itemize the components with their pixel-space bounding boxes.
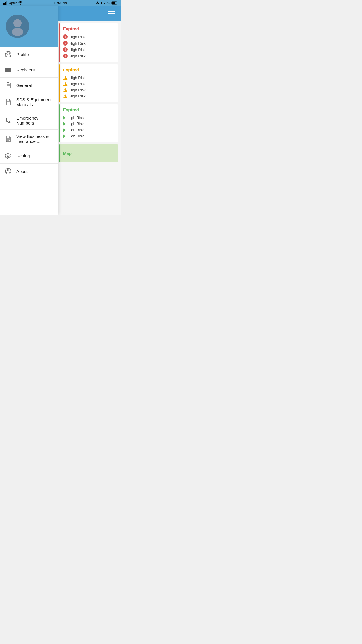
warning-icon <box>63 88 68 92</box>
list-item[interactable]: i High Risk <box>63 40 115 46</box>
phone-icon <box>5 117 12 124</box>
right-header <box>57 6 121 21</box>
warning-icon <box>63 82 68 86</box>
svg-rect-3 <box>6 1 7 5</box>
status-carrier: Optus <box>3 1 22 5</box>
card-green-items: High Risk High Risk High Risk High Risk <box>60 114 118 142</box>
warning-icon <box>63 76 68 80</box>
about-person-icon <box>5 168 12 175</box>
setting-label: Setting <box>16 153 30 158</box>
avatar-icon <box>7 16 28 36</box>
card-red-items: i High Risk i High Risk i High Risk i Hi… <box>60 33 118 62</box>
svg-rect-7 <box>112 2 115 4</box>
svg-point-24 <box>7 169 9 171</box>
sidebar-item-sds[interactable]: SDS & Equipment Manuals <box>0 93 58 111</box>
avatar[interactable] <box>6 15 29 38</box>
list-item[interactable]: High Risk <box>63 81 115 87</box>
svg-rect-13 <box>7 82 9 83</box>
svg-rect-12 <box>6 83 10 88</box>
card-orange-items: High Risk High Risk High Risk High Risk <box>60 74 118 102</box>
sidebar-item-emergency[interactable]: Emergency Numbers <box>0 111 58 130</box>
svg-point-9 <box>12 28 23 36</box>
document-icon <box>5 99 12 106</box>
svg-rect-1 <box>4 3 5 5</box>
list-item[interactable]: High Risk <box>63 87 115 93</box>
hamburger-menu[interactable] <box>108 11 115 15</box>
svg-rect-2 <box>5 2 6 5</box>
sidebar-header <box>0 6 58 47</box>
sidebar-item-about[interactable]: About <box>0 164 58 179</box>
info-icon: i <box>63 54 68 58</box>
list-item[interactable]: High Risk <box>63 93 115 99</box>
info-icon: i <box>63 41 68 46</box>
map-title: Map <box>63 151 72 156</box>
list-item[interactable]: High Risk <box>63 127 115 133</box>
card-red-title: Expired <box>60 23 118 33</box>
sidebar-item-general[interactable]: General <box>0 78 58 93</box>
profile-label: Profile <box>16 52 29 57</box>
list-item[interactable]: i High Risk <box>63 46 115 53</box>
play-icon <box>63 128 66 132</box>
card-orange-title: Expired <box>60 64 118 74</box>
sidebar-item-registers[interactable]: Registers <box>0 62 58 78</box>
info-icon: i <box>63 34 68 39</box>
status-bar: Optus 12:55 pm 70% <box>0 0 121 6</box>
svg-point-22 <box>7 155 9 157</box>
list-item[interactable]: High Risk <box>63 115 115 121</box>
clipboard-icon <box>5 82 12 89</box>
card-expired-green: Expired High Risk High Risk High Risk <box>59 104 118 142</box>
emergency-label: Emergency Numbers <box>16 116 54 125</box>
app-container: Expired i High Risk i High Risk i High R… <box>0 6 121 215</box>
folder-icon <box>5 66 12 73</box>
business-label: View Business & Insurance ... <box>16 134 54 144</box>
sidebar-item-setting[interactable]: Setting <box>0 148 58 164</box>
info-icon: i <box>63 47 68 52</box>
general-label: General <box>16 83 32 88</box>
svg-point-8 <box>13 19 22 27</box>
sidebar-item-profile[interactable]: Profile <box>0 47 58 62</box>
svg-point-11 <box>5 51 11 57</box>
person-icon <box>5 51 12 58</box>
card-green-title: Expired <box>60 104 118 114</box>
svg-rect-6 <box>117 2 117 4</box>
registers-label: Registers <box>16 67 35 72</box>
list-item[interactable]: i High Risk <box>63 34 115 40</box>
sidebar-item-business[interactable]: View Business & Insurance ... <box>0 130 58 148</box>
about-label: About <box>16 169 28 174</box>
right-content: Expired i High Risk i High Risk i High R… <box>57 21 121 164</box>
status-time: 12:55 pm <box>54 1 67 5</box>
svg-point-10 <box>7 52 10 55</box>
sidebar: Profile Registers <box>0 6 58 215</box>
document2-icon <box>5 135 12 142</box>
right-panel: Expired i High Risk i High Risk i High R… <box>57 6 121 215</box>
gear-icon <box>5 152 12 159</box>
sds-label: SDS & Equipment Manuals <box>16 97 54 107</box>
play-icon <box>63 116 66 120</box>
play-icon <box>63 122 66 126</box>
status-right: 70% <box>96 1 118 5</box>
card-expired-orange: Expired High Risk High Risk High Risk <box>59 64 118 102</box>
list-item[interactable]: i High Risk <box>63 53 115 59</box>
list-item[interactable]: High Risk <box>63 121 115 127</box>
list-item[interactable]: High Risk <box>63 75 115 81</box>
menu-list: Profile Registers <box>0 47 58 215</box>
list-item[interactable]: High Risk <box>63 133 115 139</box>
svg-marker-4 <box>96 1 99 4</box>
warning-icon <box>63 94 68 98</box>
play-icon <box>63 134 66 138</box>
svg-rect-0 <box>3 4 4 5</box>
map-card[interactable]: Map <box>59 144 118 162</box>
card-expired-red: Expired i High Risk i High Risk i High R… <box>59 23 118 62</box>
